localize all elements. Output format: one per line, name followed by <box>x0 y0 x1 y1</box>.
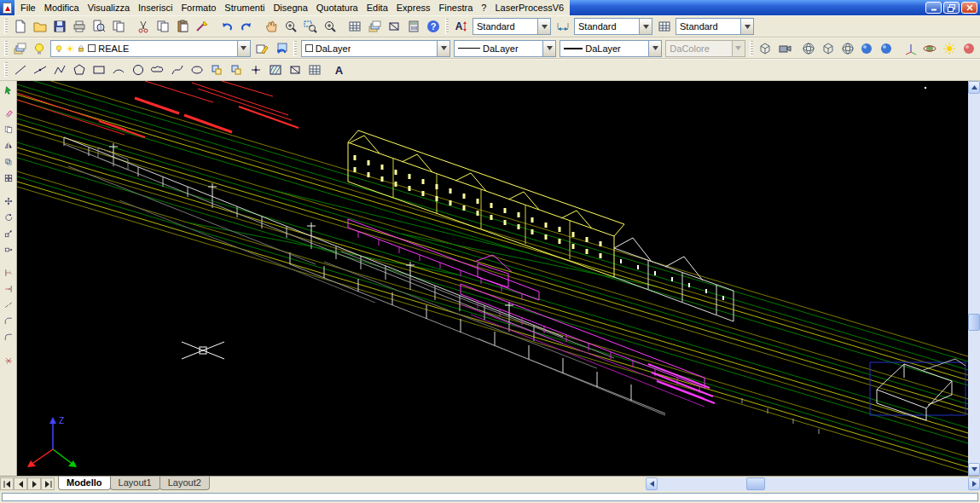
horizontal-scroll-track[interactable] <box>658 477 968 491</box>
last-tab-button[interactable] <box>41 477 55 490</box>
menu-item-quotatura[interactable]: Quotatura <box>312 1 362 14</box>
array-button[interactable] <box>1 171 16 186</box>
shade-flat-button[interactable] <box>857 39 877 58</box>
zoom-realtime-button[interactable] <box>281 17 300 36</box>
redo-button[interactable] <box>236 17 256 36</box>
dropdown-button[interactable] <box>639 19 652 34</box>
dropdown-button[interactable] <box>542 41 555 56</box>
explode-button[interactable] <box>1 353 16 368</box>
zoom-window-button[interactable] <box>300 17 320 36</box>
menu-item-formato[interactable]: Formato <box>177 1 220 14</box>
scroll-down-button[interactable] <box>968 463 980 476</box>
line-button[interactable] <box>10 61 30 79</box>
pan-button[interactable] <box>261 17 281 36</box>
previous-tab-button[interactable] <box>14 477 27 490</box>
plot-button[interactable] <box>69 17 89 36</box>
properties-button[interactable] <box>345 17 364 36</box>
extend-button[interactable] <box>1 281 16 297</box>
dim-style-combo[interactable]: Standard <box>574 18 652 35</box>
plot-preview-button[interactable] <box>89 17 108 36</box>
scale-button[interactable] <box>1 226 16 241</box>
light-button[interactable] <box>940 39 960 58</box>
rotate-button[interactable] <box>1 210 16 225</box>
erase-button[interactable] <box>1 106 16 121</box>
designcenter-button[interactable] <box>364 17 384 36</box>
make-object-layer-current-button[interactable] <box>252 39 272 58</box>
toolbar-grip[interactable] <box>4 19 8 34</box>
move-button[interactable] <box>1 194 16 209</box>
render-button[interactable] <box>959 39 978 58</box>
layer-combo[interactable]: REALE <box>50 40 250 57</box>
menu-item-edita[interactable]: Edita <box>362 1 392 14</box>
linetype-combo[interactable]: DaLayer <box>454 40 556 57</box>
mtext-button[interactable]: A <box>329 61 349 79</box>
menu-item-help[interactable]: ? <box>477 1 490 14</box>
3d-orbit-button[interactable] <box>920 39 940 58</box>
drawing-viewport[interactable]: Z <box>17 81 968 476</box>
vertical-scroll-thumb[interactable] <box>968 314 980 331</box>
shade-3d-wireframe-button[interactable] <box>819 39 838 58</box>
revision-cloud-button[interactable] <box>148 61 167 79</box>
dropdown-button[interactable] <box>648 41 661 56</box>
scroll-up-button[interactable] <box>968 81 980 94</box>
layer-properties-button[interactable] <box>10 39 30 58</box>
region-button[interactable] <box>285 61 304 79</box>
named-views-button[interactable] <box>756 39 775 58</box>
table-style-button[interactable] <box>654 17 674 36</box>
menu-item-finestra[interactable]: Finestra <box>435 1 478 14</box>
select-button[interactable] <box>1 83 16 98</box>
text-style-combo[interactable]: Standard <box>473 18 551 35</box>
menu-item-visualizza[interactable]: Visualizza <box>84 1 134 14</box>
tab-modello[interactable]: Modello <box>58 477 111 490</box>
next-tab-button[interactable] <box>27 477 41 490</box>
toolbar-grip[interactable] <box>750 41 753 56</box>
command-line-input[interactable] <box>2 493 978 501</box>
point-button[interactable] <box>246 61 265 79</box>
modify-copy-button[interactable] <box>1 122 16 137</box>
table-style-combo[interactable]: Standard <box>676 18 754 35</box>
minimize-button[interactable] <box>925 2 942 14</box>
menu-item-modifica[interactable]: Modifica <box>40 1 84 14</box>
tab-layout2[interactable]: Layout2 <box>159 477 210 490</box>
offset-button[interactable] <box>1 154 16 170</box>
copy-button[interactable] <box>153 17 172 36</box>
chamfer-button[interactable] <box>1 314 16 329</box>
hatch-button[interactable] <box>265 61 285 79</box>
dropdown-button[interactable] <box>237 41 250 56</box>
stretch-button[interactable] <box>1 242 16 257</box>
color-combo[interactable]: DaLayer <box>301 40 450 57</box>
quickcalc-button[interactable] <box>403 17 423 36</box>
shade-2d-wireframe-button[interactable] <box>799 39 819 58</box>
horizontal-scroll-thumb[interactable] <box>746 477 765 490</box>
new-button[interactable] <box>10 17 30 36</box>
publish-button[interactable] <box>108 17 128 36</box>
menu-item-file[interactable]: File <box>16 1 40 14</box>
tab-layout1[interactable]: Layout1 <box>110 477 160 490</box>
insert-block-button[interactable] <box>206 61 226 79</box>
ucs-toolbar-button[interactable] <box>901 39 920 58</box>
menu-item-inserisci[interactable]: Inserisci <box>134 1 177 14</box>
zoom-previous-button[interactable] <box>320 17 339 36</box>
undo-button[interactable] <box>217 17 236 36</box>
open-button[interactable] <box>30 17 49 36</box>
ellipse-button[interactable] <box>187 61 206 79</box>
vertical-scrollbar[interactable] <box>968 81 980 476</box>
scroll-right-button[interactable] <box>968 477 980 490</box>
shade-hidden-button[interactable] <box>838 39 857 58</box>
tool-palettes-button[interactable] <box>384 17 403 36</box>
layer-states-button[interactable] <box>30 39 49 58</box>
table-button[interactable] <box>304 61 324 79</box>
toolbar-grip[interactable] <box>445 19 449 34</box>
toolbar-grip[interactable] <box>4 62 8 78</box>
polyline-button[interactable] <box>49 61 69 79</box>
fillet-button[interactable] <box>1 330 16 345</box>
polygon-button[interactable] <box>69 61 89 79</box>
save-button[interactable] <box>49 17 69 36</box>
camera-view-button[interactable] <box>775 39 795 58</box>
menu-item-disegna[interactable]: Disegna <box>269 1 311 14</box>
cut-button[interactable] <box>133 17 153 36</box>
dropdown-button[interactable] <box>740 19 753 34</box>
arc-button[interactable] <box>108 61 128 79</box>
rectangle-button[interactable] <box>89 61 108 79</box>
dim-style-button[interactable] <box>553 17 572 36</box>
